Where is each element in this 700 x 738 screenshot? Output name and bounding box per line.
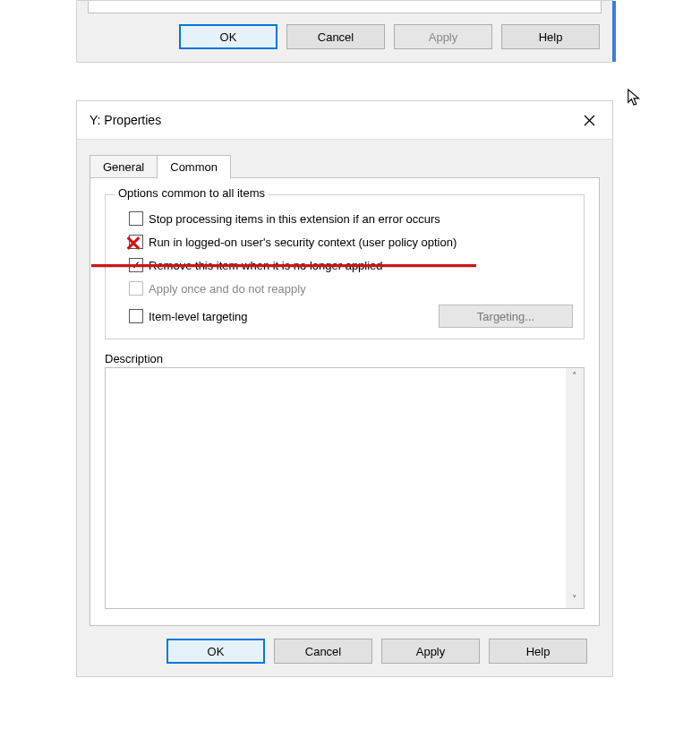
scroll-up-icon[interactable]: ˄ bbox=[572, 368, 577, 385]
close-button[interactable] bbox=[571, 106, 607, 134]
upper-dialog-remnant: OK Cancel Apply Help bbox=[76, 0, 613, 63]
tab-general[interactable]: General bbox=[90, 155, 158, 179]
mouse-cursor-icon bbox=[627, 88, 643, 107]
cancel-button[interactable]: Cancel bbox=[274, 639, 372, 664]
ok-button[interactable]: OK bbox=[166, 639, 265, 664]
apply-button[interactable]: Apply bbox=[381, 639, 480, 664]
targeting-button: Targeting... bbox=[439, 305, 573, 328]
cancel-button[interactable]: Cancel bbox=[286, 24, 385, 49]
fieldset-legend: Options common to all items bbox=[115, 186, 269, 200]
tab-common[interactable]: Common bbox=[157, 155, 231, 179]
description-textarea[interactable]: ˄ ˅ bbox=[105, 367, 585, 609]
upper-dialog-panel-edge bbox=[88, 1, 602, 13]
help-button[interactable]: Help bbox=[501, 24, 600, 49]
option-item-level-targeting: Item-level targeting Targeting... bbox=[129, 305, 573, 328]
window-title: Y: Properties bbox=[90, 113, 161, 127]
option-apply-once: Apply once and do not reapply bbox=[129, 281, 573, 296]
checkbox-apply-once bbox=[129, 281, 143, 296]
label-remove-item: Remove this item when it is no longer ap… bbox=[149, 259, 383, 272]
label-item-level-targeting: Item-level targeting bbox=[149, 310, 248, 323]
scrollbar[interactable]: ˄ ˅ bbox=[566, 368, 584, 608]
tab-panel-common: Options common to all items Stop process… bbox=[90, 177, 600, 626]
upper-dialog-buttons: OK Cancel Apply Help bbox=[77, 24, 612, 49]
label-stop-processing: Stop processing items in this extension … bbox=[149, 212, 440, 226]
titlebar: Y: Properties bbox=[77, 101, 612, 139]
options-fieldset: Options common to all items Stop process… bbox=[105, 194, 585, 339]
properties-dialog: Y: Properties General Common Options com… bbox=[76, 100, 613, 677]
dialog-body: General Common Options common to all ite… bbox=[77, 139, 612, 676]
label-apply-once: Apply once and do not reapply bbox=[149, 282, 306, 296]
dialog-button-row: OK Cancel Apply Help bbox=[90, 639, 600, 664]
checkbox-stop-processing[interactable] bbox=[129, 211, 143, 226]
checkbox-remove-item[interactable] bbox=[129, 258, 143, 272]
help-button[interactable]: Help bbox=[489, 639, 587, 664]
apply-button: Apply bbox=[394, 24, 492, 49]
option-run-logged-on: Run in logged-on user's security context… bbox=[129, 235, 573, 249]
checkbox-item-level-targeting[interactable] bbox=[129, 309, 143, 323]
option-stop-processing: Stop processing items in this extension … bbox=[129, 211, 573, 226]
scroll-down-icon[interactable]: ˅ bbox=[572, 591, 577, 608]
option-remove-item: Remove this item when it is no longer ap… bbox=[129, 258, 573, 272]
checkbox-run-logged-on[interactable] bbox=[129, 235, 143, 249]
label-run-logged-on: Run in logged-on user's security context… bbox=[149, 236, 457, 249]
tab-strip: General Common bbox=[90, 154, 600, 178]
close-icon bbox=[584, 115, 595, 126]
description-label: Description bbox=[105, 352, 585, 365]
ok-button[interactable]: OK bbox=[179, 24, 277, 49]
